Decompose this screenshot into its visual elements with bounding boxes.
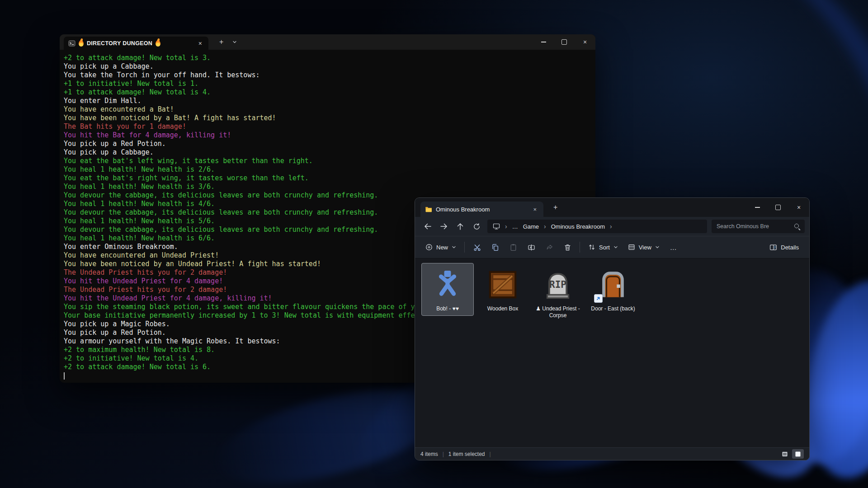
tombstone-icon: RIP (540, 267, 576, 302)
details-button[interactable]: Details (764, 239, 804, 255)
item-count: 4 items (420, 451, 438, 457)
terminal-tab-dropdown-button[interactable] (230, 36, 240, 48)
chevron-down-icon (232, 40, 237, 44)
this-pc-monitor-icon[interactable] (493, 223, 500, 230)
up-button[interactable] (452, 219, 468, 234)
forward-button[interactable] (436, 219, 452, 234)
maximize-button[interactable] (768, 198, 788, 217)
terminal-line: You pick up a Red Potion. (64, 140, 595, 148)
terminal-line: You have encountered a Bat! (64, 105, 595, 114)
explorer-new-tab-button[interactable]: + (550, 202, 561, 212)
explorer-tab[interactable]: Ominous Breakroom × (420, 202, 543, 217)
search-input[interactable] (716, 223, 791, 230)
terminal-line: +1 to initiative! New total is 1. (64, 80, 595, 88)
breadcrumb-segment-ominous-breakroom[interactable]: Ominous Breakroom (551, 223, 605, 230)
breadcrumb[interactable]: › … Game › Ominous Breakroom › (487, 220, 707, 233)
paste-button[interactable] (504, 239, 522, 255)
terminal-line: You pick up a Cabbage. (64, 62, 595, 71)
chevron-down-icon (613, 245, 618, 249)
flame-icon (79, 40, 84, 47)
explorer-tabbar[interactable]: Ominous Breakroom × + × (415, 198, 809, 217)
sort-arrows-icon (588, 244, 595, 251)
terminal-tab-close-button[interactable]: × (197, 40, 204, 47)
file-item-label: Door - East (back) (589, 305, 637, 312)
new-button-label: New (436, 244, 448, 251)
terminal-tab-title: DIRECTORY DUNGEON (87, 40, 152, 47)
status-divider: | (443, 451, 444, 457)
toolbar-divider (580, 242, 580, 253)
person-figure-icon (430, 267, 465, 302)
maximize-icon (775, 205, 781, 210)
trash-icon (564, 244, 571, 251)
folder-icon (425, 206, 432, 213)
new-button[interactable]: New (420, 239, 461, 255)
wooden-crate-icon (485, 267, 520, 302)
breadcrumb-ellipsis[interactable]: … (512, 223, 518, 230)
selection-count: 1 item selected (448, 451, 485, 457)
minimize-icon (755, 207, 760, 207)
details-view-toggle-button[interactable] (779, 449, 791, 459)
close-button[interactable]: × (575, 34, 595, 50)
explorer-toolbar: New Sort (415, 236, 809, 258)
explorer-content[interactable]: Bob! - ♥♥ Wooden Box RIP ♟ Undead Priest… (415, 258, 809, 447)
search-box[interactable] (712, 220, 805, 233)
file-item-label: Wooden Box (479, 305, 527, 312)
toolbar-divider (464, 242, 465, 253)
terminal-line: You hit the Bat for 4 damage, killing it… (64, 131, 595, 140)
thumbnail-view-toggle-button[interactable] (792, 449, 804, 459)
file-item-door-east-back[interactable]: Door - East (back) (587, 263, 639, 316)
status-divider: | (490, 451, 491, 457)
terminal-new-tab-button[interactable]: + (216, 37, 227, 47)
details-pane-icon (769, 244, 777, 251)
rename-icon (528, 244, 535, 251)
breadcrumb-segment-game[interactable]: Game (523, 223, 539, 230)
terminal-prompt-icon (68, 40, 75, 47)
terminal-line: You take the Torch in your off hand. It … (64, 71, 595, 80)
minimize-button[interactable] (533, 34, 554, 50)
explorer-addressbar: › … Game › Ominous Breakroom › (415, 217, 809, 236)
explorer-tab-close-button[interactable]: × (531, 206, 539, 213)
refresh-button[interactable] (468, 219, 485, 234)
terminal-window-controls: × (533, 34, 595, 50)
close-button[interactable]: × (788, 198, 809, 217)
terminal-titlebar[interactable]: DIRECTORY DUNGEON × + × (60, 34, 595, 50)
back-button[interactable] (420, 219, 436, 234)
file-item-undead-priest-corpse[interactable]: RIP ♟ Undead Priest - Corpse (532, 263, 584, 322)
breadcrumb-chevron[interactable]: › (610, 223, 612, 230)
share-button[interactable] (540, 239, 558, 255)
terminal-tab[interactable]: DIRECTORY DUNGEON × (64, 37, 208, 50)
terminal-line: You heal 1 health! New health is 2/6. (64, 165, 595, 174)
file-item-label: ♟ Undead Priest - Corpse (534, 305, 582, 319)
terminal-line: +1 to attack damage! New total is 4. (64, 88, 595, 97)
breadcrumb-chevron[interactable]: › (505, 223, 507, 230)
rename-button[interactable] (522, 239, 540, 255)
search-icon[interactable] (794, 223, 801, 230)
file-item-wooden-box[interactable]: Wooden Box (476, 263, 529, 316)
share-icon (546, 244, 553, 251)
sort-button[interactable]: Sort (583, 239, 623, 255)
chevron-down-icon (452, 245, 456, 249)
terminal-line: You eat the bat's left wing, it tastes b… (64, 157, 595, 165)
view-toggles (779, 449, 804, 459)
more-options-button[interactable]: … (665, 239, 683, 255)
maximize-button[interactable] (554, 34, 575, 50)
copy-button[interactable] (486, 239, 504, 255)
terminal-line: You heal 1 health! New health is 3/6. (64, 183, 595, 191)
file-explorer-window: Ominous Breakroom × + × (415, 197, 810, 460)
cut-button[interactable] (468, 239, 486, 255)
arrow-left-icon (424, 222, 432, 230)
view-button[interactable]: View (623, 239, 665, 255)
flame-icon (156, 40, 160, 47)
refresh-icon (473, 223, 481, 230)
breadcrumb-chevron[interactable]: › (544, 223, 546, 230)
list-view-icon (782, 451, 788, 457)
minimize-icon (541, 42, 546, 42)
minimize-button[interactable] (747, 198, 768, 217)
file-item-bob[interactable]: Bob! - ♥♥ (421, 263, 474, 316)
arrow-up-icon (456, 222, 464, 230)
details-button-label: Details (781, 244, 799, 251)
chevron-down-icon (655, 245, 660, 249)
delete-button[interactable] (558, 239, 576, 255)
terminal-line: +2 to attack damage! New total is 3. (64, 54, 595, 62)
file-item-label: Bob! - ♥♥ (424, 305, 472, 312)
